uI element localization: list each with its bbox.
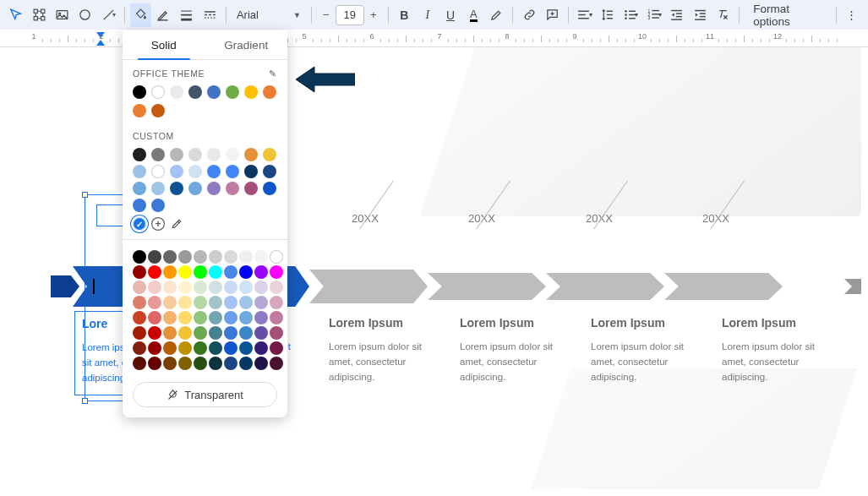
color-swatch[interactable] xyxy=(163,326,177,340)
increase-font-size-button[interactable]: + xyxy=(364,5,383,25)
transparent-button[interactable]: Transparent xyxy=(133,382,277,407)
color-swatch[interactable] xyxy=(239,326,253,340)
color-swatch[interactable] xyxy=(133,311,146,324)
increase-indent-button[interactable] xyxy=(690,3,711,27)
color-swatch[interactable] xyxy=(133,341,146,355)
color-swatch[interactable] xyxy=(188,165,202,178)
more-button[interactable]: ⋮ xyxy=(842,3,863,27)
color-swatch[interactable] xyxy=(270,281,283,294)
color-swatch[interactable] xyxy=(224,311,237,324)
color-swatch[interactable] xyxy=(263,165,276,178)
color-swatch[interactable] xyxy=(133,182,146,195)
color-swatch[interactable] xyxy=(178,326,192,340)
color-swatch[interactable] xyxy=(188,85,202,99)
color-swatch[interactable] xyxy=(254,250,268,264)
color-swatch[interactable] xyxy=(170,148,183,161)
color-swatch[interactable] xyxy=(133,326,146,340)
color-swatch[interactable] xyxy=(254,341,268,355)
color-swatch[interactable] xyxy=(239,265,253,279)
color-swatch[interactable] xyxy=(178,281,192,294)
color-swatch[interactable] xyxy=(151,182,165,195)
chevron-grey[interactable] xyxy=(309,266,428,307)
color-swatch[interactable] xyxy=(224,326,237,340)
color-swatch[interactable] xyxy=(148,250,161,264)
color-swatch[interactable] xyxy=(194,265,207,279)
color-swatch[interactable] xyxy=(148,357,161,370)
color-swatch[interactable] xyxy=(239,281,253,294)
image-tool-button[interactable] xyxy=(52,3,73,27)
tile-4[interactable]: Lorem Ipsum Lorem ipsum dolor sit amet, … xyxy=(460,316,574,395)
font-size-input[interactable]: 19 xyxy=(336,5,364,25)
decrease-indent-button[interactable] xyxy=(666,3,687,27)
color-swatch[interactable] xyxy=(254,265,268,279)
color-swatch[interactable] xyxy=(226,85,239,99)
color-swatch[interactable] xyxy=(270,265,283,279)
color-swatch[interactable] xyxy=(133,265,146,279)
color-swatch[interactable] xyxy=(209,326,222,340)
color-swatch[interactable] xyxy=(133,357,146,370)
color-swatch[interactable] xyxy=(209,296,222,309)
border-weight-button[interactable] xyxy=(176,3,197,27)
insert-link-button[interactable] xyxy=(518,3,539,27)
color-swatch[interactable] xyxy=(263,85,276,99)
color-swatch[interactable] xyxy=(224,296,237,309)
color-swatch[interactable] xyxy=(178,311,192,324)
color-swatch[interactable] xyxy=(148,296,161,309)
color-swatch[interactable] xyxy=(194,357,207,370)
color-swatch[interactable] xyxy=(244,148,258,161)
color-swatch[interactable] xyxy=(226,148,239,161)
color-swatch[interactable] xyxy=(170,165,183,178)
color-swatch[interactable] xyxy=(151,85,165,99)
color-swatch[interactable] xyxy=(244,85,258,99)
color-swatch[interactable] xyxy=(133,165,146,178)
color-swatch[interactable] xyxy=(148,326,161,340)
underline-button[interactable]: U xyxy=(439,3,461,27)
color-swatch[interactable] xyxy=(209,281,222,294)
color-swatch[interactable] xyxy=(224,357,237,370)
decrease-font-size-button[interactable]: − xyxy=(317,5,336,25)
color-swatch[interactable] xyxy=(270,250,283,264)
color-swatch[interactable] xyxy=(226,182,239,195)
font-family-selector[interactable]: Arial ▼ xyxy=(232,3,306,27)
color-swatch[interactable] xyxy=(178,296,192,309)
color-swatch[interactable] xyxy=(254,281,268,294)
color-swatch[interactable] xyxy=(148,265,161,279)
color-swatch[interactable] xyxy=(254,296,268,309)
color-swatch[interactable] xyxy=(133,281,146,294)
tab-solid[interactable]: Solid xyxy=(123,30,205,59)
color-swatch[interactable] xyxy=(209,250,222,264)
clear-formatting-button[interactable] xyxy=(712,3,734,27)
color-swatch[interactable] xyxy=(194,326,207,340)
color-swatch[interactable] xyxy=(133,250,146,264)
border-color-button[interactable] xyxy=(153,3,174,27)
color-swatch[interactable] xyxy=(148,281,161,294)
color-swatch[interactable] xyxy=(178,250,192,264)
color-swatch-selected[interactable] xyxy=(133,217,146,231)
color-swatch[interactable] xyxy=(133,296,146,309)
color-swatch[interactable] xyxy=(239,357,253,370)
color-swatch[interactable] xyxy=(209,341,222,355)
color-swatch[interactable] xyxy=(207,85,221,99)
color-swatch[interactable] xyxy=(244,182,258,195)
color-swatch[interactable] xyxy=(209,265,222,279)
color-swatch[interactable] xyxy=(209,357,222,370)
line-tool-button[interactable]: ▾ xyxy=(97,3,118,27)
numbered-list-button[interactable]: 123▾ xyxy=(643,3,664,27)
bold-button[interactable]: B xyxy=(394,3,415,27)
color-swatch[interactable] xyxy=(224,281,237,294)
tile-6[interactable]: Lorem Ipsum Lorem ipsum dolor sit amet, … xyxy=(722,316,836,395)
color-swatch[interactable] xyxy=(194,341,207,355)
text-color-button[interactable]: A xyxy=(463,3,484,27)
color-swatch[interactable] xyxy=(270,357,283,370)
tile-5[interactable]: Lorem Ipsum Lorem ipsum dolor sit amet, … xyxy=(591,316,705,395)
color-swatch[interactable] xyxy=(163,357,177,370)
color-swatch[interactable] xyxy=(254,311,268,324)
color-swatch[interactable] xyxy=(133,85,146,99)
color-swatch[interactable] xyxy=(151,104,165,117)
color-swatch[interactable] xyxy=(239,311,253,324)
color-swatch[interactable] xyxy=(148,311,161,324)
color-swatch[interactable] xyxy=(170,85,183,99)
eyedropper-button[interactable] xyxy=(170,217,183,231)
color-swatch[interactable] xyxy=(239,341,253,355)
color-swatch[interactable] xyxy=(151,165,165,178)
